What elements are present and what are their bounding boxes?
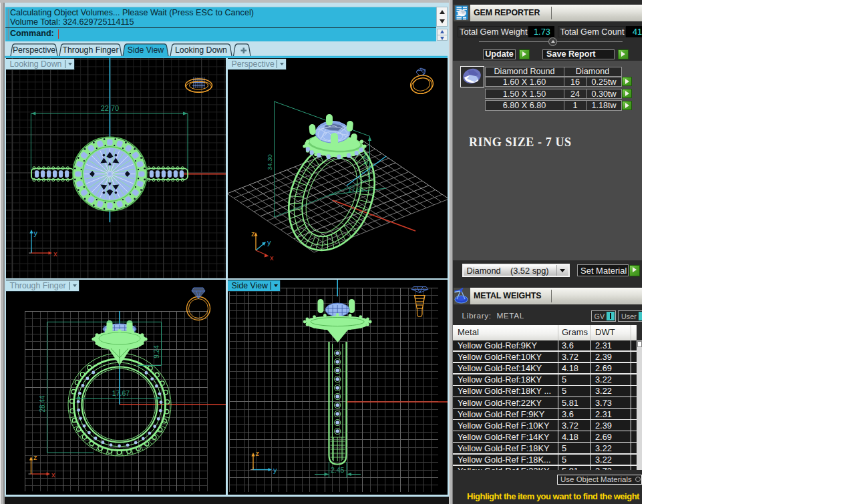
svg-text:28.44: 28.44 [39,395,46,412]
svg-text:34.30: 34.30 [266,154,273,170]
svg-text:y: y [33,229,37,237]
svg-text:y: y [273,466,277,474]
svg-text:x: x [53,250,57,258]
svg-text:2.45: 2.45 [330,466,344,474]
svg-text:z: z [251,230,255,238]
svg-text:Side View: Side View [128,46,164,55]
svg-text:z: z [255,449,259,457]
svg-text:9.24: 9.24 [153,345,160,358]
svg-text:x: x [270,254,274,262]
svg-text:Looking Down: Looking Down [175,46,227,55]
svg-text:Through Finger: Through Finger [62,46,118,55]
svg-text:z: z [33,453,37,461]
svg-text:Perspective: Perspective [13,46,55,55]
svg-text:y: y [267,238,271,246]
svg-text:22.70: 22.70 [100,104,119,112]
svg-text:17.67: 17.67 [112,389,129,397]
svg-text:x: x [51,471,55,479]
